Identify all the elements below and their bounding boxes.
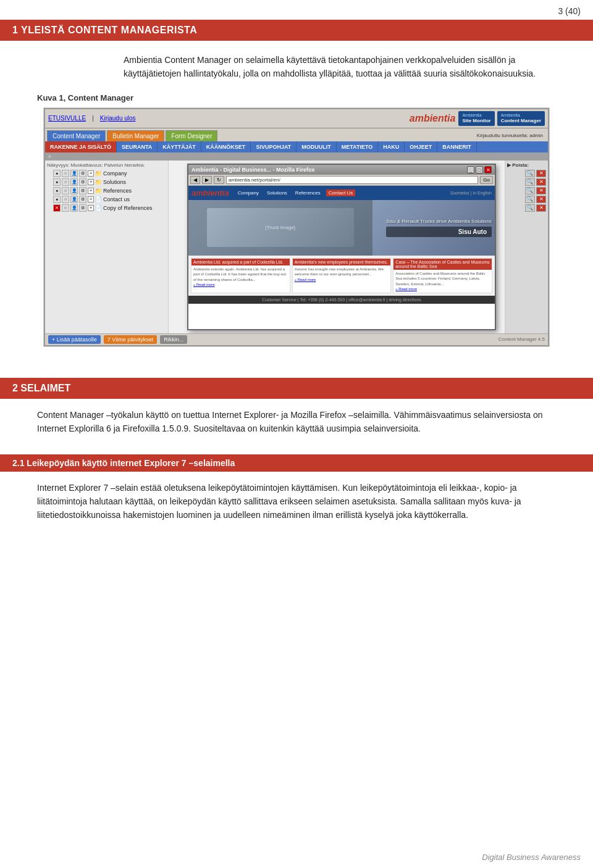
visibility-icon[interactable]: ● <box>53 170 61 177</box>
forward-btn[interactable]: ▶ <box>202 176 212 184</box>
expand-contact[interactable]: + <box>88 196 94 202</box>
expand-company[interactable]: + <box>88 170 94 177</box>
footer-text: Digital Business Awareness <box>482 853 581 862</box>
tab-bar: Content Manager Bulletin Manager Form De… <box>45 128 548 141</box>
card3-readmore[interactable]: » Read more <box>395 287 417 291</box>
nav-metatieto[interactable]: METATIETO <box>337 141 379 152</box>
edit-icon[interactable]: ○ <box>62 170 69 177</box>
back-btn[interactable]: ◀ <box>190 176 200 184</box>
tree-label-solutions[interactable]: Solutions <box>103 179 126 185</box>
scroll-row-4: 🔍 ✕ <box>507 196 546 203</box>
browser-simulation: ETUSIVULLE | Kirjaudu ulos ambientia Amb… <box>44 108 549 346</box>
action-search-1[interactable]: 🔍 <box>525 170 535 177</box>
edit-icon-3[interactable]: ○ <box>62 187 69 194</box>
tree-label-contact[interactable]: Contact us <box>103 196 130 202</box>
nav-sivupohjat[interactable]: SIVUPOHJAT <box>251 141 296 152</box>
home-link[interactable]: ETUSIVULLE <box>48 115 86 122</box>
nav-solutions[interactable]: Solutions <box>264 190 290 196</box>
action-search-5[interactable]: 🔍 <box>525 204 535 212</box>
card2-header: Ambientia's new employees present themse… <box>293 259 391 265</box>
x-icon-copy[interactable]: ✕ <box>53 204 61 212</box>
section1-content: Ambientia Content Manager on selaimella … <box>0 41 593 378</box>
tab-bulletin-manager[interactable]: Bulletin Manager <box>107 130 164 141</box>
tree-label-copy[interactable]: Copy of References <box>103 205 153 211</box>
settings-icon-2[interactable]: ⚙ <box>79 178 86 186</box>
maximize-btn[interactable]: □ <box>476 166 483 173</box>
amb-card-1: Ambientia Ltd. acquired a part of Codezi… <box>191 258 290 293</box>
settings-icon-5[interactable]: ⚙ <box>79 204 86 212</box>
screenshot-container: ETUSIVULLE | Kirjaudu ulos ambientia Amb… <box>43 107 550 347</box>
edit-icon-2[interactable]: ○ <box>62 178 69 186</box>
tree-row-company: ● ○ 👤 ⚙ + 📁 Company <box>50 169 166 178</box>
expand-references[interactable]: + <box>88 188 94 194</box>
page-footer: Digital Business Awareness <box>482 853 581 862</box>
login-info: Kirjauduttu tunnuksella: admin <box>477 133 546 138</box>
nav-contact[interactable]: Contact Us <box>326 190 356 196</box>
action-search-3[interactable]: 🔍 <box>525 187 535 194</box>
tree-container: ● ○ 👤 ⚙ + 📁 Company ● <box>47 169 166 212</box>
figure-caption: Kuva 1, Content Manager <box>37 93 556 102</box>
vis-icon-4[interactable]: ● <box>53 196 61 203</box>
user-icon[interactable]: 👤 <box>70 170 78 177</box>
recent-updates-btn[interactable]: 7 Viime päivitykset <box>104 335 157 344</box>
edit-icon-5[interactable]: ○ <box>62 204 69 212</box>
add-main-level-btn[interactable]: + Lisää päätasolle <box>48 335 101 344</box>
settings-icon-4[interactable]: ⚙ <box>79 196 86 203</box>
firefox-window: Ambientia - Digital Business... - Mozill… <box>187 164 496 330</box>
expand-solutions[interactable]: + <box>88 179 94 185</box>
card2-readmore[interactable]: » Read more <box>295 278 316 282</box>
vis-icon-3[interactable]: ● <box>53 187 61 194</box>
nav-company[interactable]: Company <box>235 190 261 196</box>
card1-readmore[interactable]: » Read more <box>193 283 215 286</box>
nav-ohjeet[interactable]: OHJEET <box>405 141 437 152</box>
cm-content-area: Ambientia - Digital Business... - Mozill… <box>169 161 548 333</box>
action-delete-2[interactable]: ✕ <box>536 178 546 186</box>
nav-kayttajat[interactable]: KÄYTTÄJÄT <box>158 141 201 152</box>
nav-rakenne[interactable]: RAKENNE JA SISÄLTÖ <box>45 141 117 152</box>
user-icon-2[interactable]: 👤 <box>70 178 78 186</box>
section2-content: Content Manager –työkalun käyttö on tuet… <box>0 399 593 445</box>
settings-icon[interactable]: ⚙ <box>79 170 86 177</box>
tree-row-contact: ● ○ 👤 ⚙ + 📄 Contact us <box>50 195 166 204</box>
folder-icon-copy: 📄 <box>95 205 102 211</box>
user-icon-5[interactable]: 👤 <box>70 204 78 212</box>
sisu-badge: Sisu Auto <box>386 227 492 237</box>
close-btn[interactable]: ✕ <box>484 166 492 173</box>
expand-copy[interactable]: + <box>88 205 94 211</box>
minimize-btn[interactable]: _ <box>467 166 474 173</box>
user-icon-3[interactable]: 👤 <box>70 187 78 194</box>
right-action-panel: ▶ Poista: 🔍 ✕ 🔍 ✕ 🔍 ✕ <box>505 161 548 333</box>
address-bar[interactable]: ambientia.net/portal/en/ <box>226 176 478 184</box>
action-search-2[interactable]: 🔍 <box>525 178 535 186</box>
nav-seuranta[interactable]: SEURANTA <box>117 141 158 152</box>
action-delete-4[interactable]: ✕ <box>536 196 546 203</box>
tab-content-manager[interactable]: Content Manager <box>47 130 106 141</box>
scroll-row-5: 🔍 ✕ <box>507 204 546 212</box>
nav-references[interactable]: References <box>293 190 323 196</box>
tree-label-company[interactable]: Company <box>103 170 127 177</box>
action-delete-5[interactable]: ✕ <box>536 204 546 212</box>
nav-bannerit[interactable]: BANNERIT <box>437 141 477 152</box>
action-delete-1[interactable]: ✕ <box>536 170 546 177</box>
vis-icon-2[interactable]: ● <box>53 178 61 186</box>
scroll-row-3: 🔍 ✕ <box>507 187 546 194</box>
go-btn[interactable]: Go <box>480 176 493 184</box>
broken-btn[interactable]: Rikkin... <box>160 335 187 344</box>
tab-form-designer[interactable]: Form Designer <box>166 130 217 141</box>
firefox-title: Ambientia - Digital Business... - Mozill… <box>191 167 315 173</box>
action-delete-3[interactable]: ✕ <box>536 187 546 194</box>
edit-icon-4[interactable]: ○ <box>62 196 69 203</box>
content-manager-badge: Ambientia Content Manager <box>497 111 545 126</box>
tree-label-references[interactable]: References <box>103 188 132 194</box>
nav-kaannokset[interactable]: KÄÄNNÖKSET <box>201 141 251 152</box>
action-search-4[interactable]: 🔍 <box>525 196 535 203</box>
nav-moduulit[interactable]: MODUULIT <box>296 141 337 152</box>
section1-intro: Ambientia Content Manager on selaimella … <box>124 53 556 81</box>
user-icon-4[interactable]: 👤 <box>70 196 78 203</box>
amb-website: ambientia Company Solutions References C… <box>188 186 495 322</box>
reload-btn[interactable]: ↻ <box>214 176 224 184</box>
logout-link[interactable]: Kirjaudu ulos <box>100 115 136 122</box>
settings-icon-3[interactable]: ⚙ <box>79 187 86 194</box>
action-icons-solutions: ● ○ 👤 ⚙ <box>53 178 86 186</box>
nav-haku[interactable]: HAKU <box>378 141 405 152</box>
